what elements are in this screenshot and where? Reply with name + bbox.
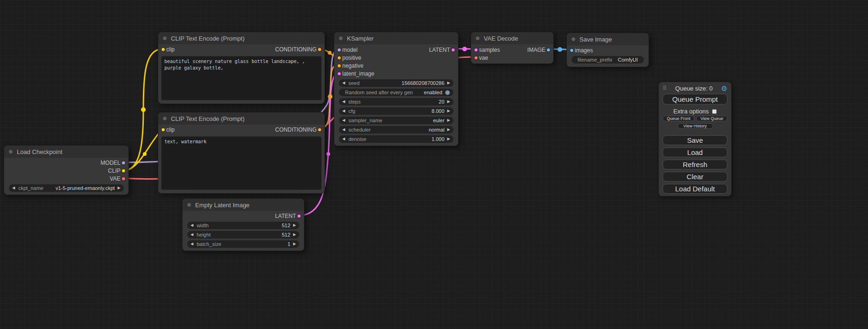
- node-graph-canvas[interactable]: Load Checkpoint MODEL CLIP VAE ◀ ckpt_na…: [0, 0, 868, 329]
- increment-arrow-icon[interactable]: ▶: [447, 119, 450, 122]
- increment-arrow-icon[interactable]: ▶: [447, 128, 450, 132]
- image-output-socket[interactable]: [546, 48, 550, 52]
- node-title-bar[interactable]: VAE Decode: [471, 32, 553, 44]
- widget-label: ckpt_name: [18, 185, 52, 191]
- widget-denoise[interactable]: ◀ denoise 1.000 ▶: [339, 135, 453, 143]
- increment-arrow-icon[interactable]: ▶: [293, 242, 296, 246]
- node-vae-decode[interactable]: VAE Decode samples IMAGE vae: [471, 32, 554, 64]
- node-empty-latent-image[interactable]: Empty Latent Image LATENT ◀ width 512 ▶ …: [182, 198, 304, 251]
- collapse-dot-icon[interactable]: [8, 149, 13, 154]
- collapse-dot-icon[interactable]: [339, 36, 343, 41]
- queue-prompt-button[interactable]: Queue Prompt: [663, 94, 727, 105]
- clip-output-socket[interactable]: [121, 168, 126, 173]
- widget-cfg[interactable]: ◀ cfg 8.000 ▶: [339, 107, 453, 115]
- widget-filename-prefix[interactable]: filename_prefix ComfyUI: [572, 56, 644, 63]
- vae-input-socket[interactable]: [474, 56, 478, 60]
- negative-input-socket[interactable]: [337, 63, 341, 68]
- collapse-dot-icon[interactable]: [475, 36, 480, 41]
- node-title-bar[interactable]: Empty Latent Image: [183, 199, 304, 211]
- decrement-arrow-icon[interactable]: ◀: [191, 242, 193, 246]
- node-title-bar[interactable]: CLIP Text Encode (Prompt): [158, 112, 325, 125]
- widget-scheduler[interactable]: ◀ scheduler normal ▶: [339, 126, 453, 133]
- decrement-arrow-icon[interactable]: ◀: [342, 137, 345, 141]
- slot-row: clip CONDITIONING: [158, 126, 325, 133]
- collapse-dot-icon[interactable]: [162, 116, 167, 121]
- slot-row: samples IMAGE: [471, 46, 553, 54]
- increment-arrow-icon[interactable]: ▶: [293, 224, 296, 227]
- widget-steps[interactable]: ◀ steps 20 ▶: [339, 98, 453, 105]
- decrement-arrow-icon[interactable]: ◀: [12, 186, 15, 190]
- latent-image-input-label: latent_image: [342, 70, 374, 77]
- node-title-bar[interactable]: CLIP Text Encode (Prompt): [158, 32, 325, 44]
- view-history-button[interactable]: View History: [677, 123, 713, 129]
- decrement-arrow-icon[interactable]: ◀: [342, 128, 345, 132]
- prompt-textarea[interactable]: text, watermark: [161, 136, 322, 190]
- increment-arrow-icon[interactable]: ▶: [447, 137, 450, 141]
- latent-image-input-socket[interactable]: [337, 71, 341, 76]
- queue-menu-panel[interactable]: ⠿ Queue size: 0 ⚙ Queue Prompt Extra opt…: [658, 82, 732, 196]
- clip-input-label: clip: [166, 46, 175, 53]
- node-title-bar[interactable]: Load Checkpoint: [4, 146, 128, 158]
- decrement-arrow-icon[interactable]: ◀: [342, 100, 345, 104]
- widget-sampler-name[interactable]: ◀ sampler_name euler ▶: [339, 117, 453, 124]
- increment-arrow-icon[interactable]: ▶: [293, 233, 296, 237]
- slot-row: clip CONDITIONING: [158, 45, 325, 53]
- toggle-knob-icon[interactable]: [445, 90, 450, 95]
- model-input-socket[interactable]: [337, 48, 341, 52]
- load-button[interactable]: Load: [663, 147, 727, 157]
- decrement-arrow-icon[interactable]: ◀: [342, 81, 345, 85]
- clip-input-socket[interactable]: [161, 47, 165, 51]
- images-input-socket[interactable]: [570, 48, 574, 52]
- clip-input-socket[interactable]: [161, 127, 165, 132]
- queue-front-button[interactable]: Queue Front: [663, 116, 694, 121]
- widget-width[interactable]: ◀ width 512 ▶: [187, 222, 299, 229]
- node-ksampler[interactable]: KSampler model LATENT positive negative …: [334, 32, 459, 146]
- widget-ckpt-name[interactable]: ◀ ckpt_name v1-5-pruned-emaonly.ckpt ▶: [9, 184, 124, 192]
- decrement-arrow-icon[interactable]: ◀: [191, 233, 193, 237]
- link-midpoint-dot: [328, 51, 332, 55]
- decrement-arrow-icon[interactable]: ◀: [342, 109, 345, 113]
- refresh-button[interactable]: Refresh: [663, 160, 727, 169]
- vae-output-label: VAE: [110, 175, 120, 182]
- clear-button[interactable]: Clear: [663, 172, 727, 182]
- node-clip-text-encode-negative[interactable]: CLIP Text Encode (Prompt) clip CONDITION…: [158, 112, 325, 194]
- collapse-dot-icon[interactable]: [187, 203, 191, 207]
- latent-output-socket[interactable]: [451, 48, 455, 52]
- vae-output-socket[interactable]: [121, 176, 126, 181]
- widget-seed[interactable]: ◀ seed 156680208700286 ▶: [339, 79, 453, 87]
- decrement-arrow-icon[interactable]: ◀: [191, 224, 193, 227]
- increment-arrow-icon[interactable]: ▶: [118, 186, 120, 190]
- widget-value: enabled: [424, 90, 442, 95]
- widget-batch-size[interactable]: ◀ batch_size 1 ▶: [187, 240, 299, 248]
- decrement-arrow-icon[interactable]: ◀: [342, 119, 345, 122]
- increment-arrow-icon[interactable]: ▶: [447, 109, 450, 113]
- positive-input-socket[interactable]: [337, 56, 341, 60]
- collapse-dot-icon[interactable]: [162, 36, 167, 41]
- settings-gear-icon[interactable]: ⚙: [721, 85, 727, 92]
- model-output-socket[interactable]: [121, 161, 126, 165]
- drag-handle-icon[interactable]: ⠿: [663, 85, 667, 91]
- node-title: Empty Latent Image: [195, 202, 249, 209]
- collapse-dot-icon[interactable]: [571, 37, 576, 42]
- increment-arrow-icon[interactable]: ▶: [447, 81, 450, 85]
- widget-random-seed-toggle[interactable]: Random seed after every gen enabled: [339, 89, 453, 96]
- extra-options-checkbox[interactable]: [712, 109, 717, 114]
- node-save-image[interactable]: Save Image images filename_prefix ComfyU…: [566, 33, 649, 67]
- save-button[interactable]: Save: [663, 135, 727, 145]
- node-title-bar[interactable]: Save Image: [567, 33, 649, 45]
- increment-arrow-icon[interactable]: ▶: [447, 100, 450, 104]
- node-clip-text-encode-positive[interactable]: CLIP Text Encode (Prompt) clip CONDITION…: [158, 32, 325, 104]
- node-load-checkpoint[interactable]: Load Checkpoint MODEL CLIP VAE ◀ ckpt_na…: [4, 145, 129, 195]
- conditioning-output-socket[interactable]: [318, 47, 322, 51]
- samples-input-socket[interactable]: [474, 48, 478, 52]
- link-midpoint-dot: [143, 152, 147, 156]
- load-default-button[interactable]: Load Default: [663, 184, 727, 194]
- node-title-bar[interactable]: KSampler: [334, 32, 458, 44]
- samples-input-label: samples: [479, 47, 500, 53]
- link-midpoint-dot: [141, 107, 146, 112]
- latent-output-socket[interactable]: [297, 214, 301, 218]
- prompt-textarea[interactable]: beautiful scenery nature glass bottle la…: [161, 56, 322, 100]
- conditioning-output-socket[interactable]: [318, 127, 322, 132]
- widget-height[interactable]: ◀ height 512 ▶: [187, 231, 299, 238]
- view-queue-button[interactable]: View Queue: [696, 116, 727, 121]
